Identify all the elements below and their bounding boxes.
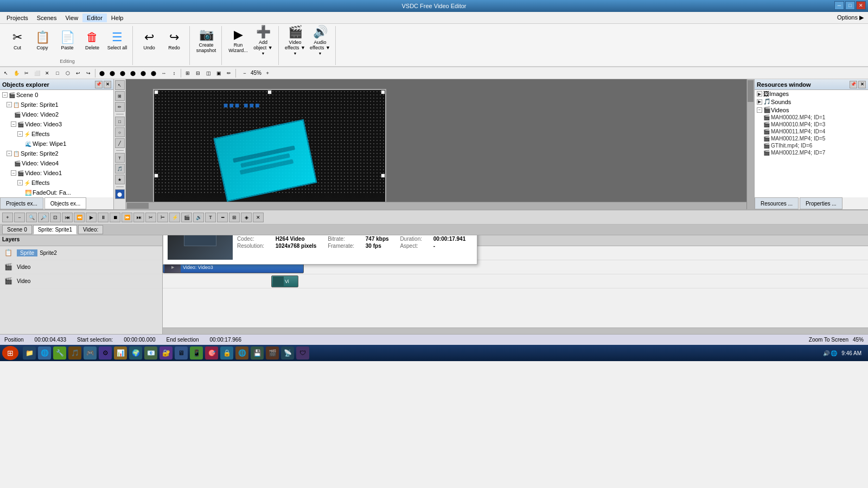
handle-tr[interactable] <box>381 90 385 94</box>
track-label-sprite[interactable]: 📋 Sprite Sprite2 <box>0 246 162 260</box>
taskbar-app-13[interactable]: 🎯 <box>205 346 218 359</box>
tb2-align-right[interactable]: ⬤ <box>107 68 117 78</box>
track-label-video2[interactable]: 🎬 Video <box>0 274 162 288</box>
pin-button[interactable]: 📌 <box>95 81 103 88</box>
scrollbar-horizontal[interactable] <box>126 202 746 209</box>
tb2-flip-v[interactable]: ↕ <box>169 68 179 78</box>
side-select[interactable]: ↖ <box>115 80 125 90</box>
tb2-group[interactable]: □ <box>53 68 62 78</box>
taskbar-app-17[interactable]: 🎬 <box>266 346 279 359</box>
taskbar-app-6[interactable]: ⚙ <box>99 346 112 359</box>
tl-fx[interactable]: ⚡ <box>169 213 180 222</box>
resources-tab[interactable]: Resources ... <box>755 197 799 209</box>
tree-scene0[interactable]: − 🎬 Scene 0 <box>0 90 113 100</box>
sprite2-expand[interactable]: − <box>7 151 12 156</box>
timeline-scrollbar-h[interactable] <box>163 328 868 334</box>
scrollbar-vertical[interactable] <box>746 79 754 209</box>
tb2-undo2[interactable]: ↩ <box>73 68 83 78</box>
tree-video1[interactable]: − 🎬 Video: Video1 <box>0 168 113 178</box>
effects2-expand[interactable]: − <box>17 180 23 185</box>
audio-effects-button[interactable]: 🔊 Audio effects ▼ <box>308 26 332 55</box>
menu-editor[interactable]: Editor <box>82 14 107 22</box>
tl-cut2[interactable]: ✂ <box>145 213 156 222</box>
tree-effects1[interactable]: − ⚡ Effects <box>0 129 113 139</box>
tl-zoom-out[interactable]: 🔎 <box>38 213 49 222</box>
tl-text[interactable]: T <box>205 213 216 222</box>
projects-tab[interactable]: Projects ex... <box>0 197 43 209</box>
side-crop[interactable]: ⊞ <box>115 91 125 101</box>
tl-play[interactable]: ▶ <box>86 213 97 222</box>
video3-expand[interactable]: − <box>11 121 16 127</box>
tree-video4[interactable]: 🎬 Video: Video4 <box>0 158 113 168</box>
canvas-frame[interactable]: ■■■ ■■■ <box>153 89 386 209</box>
tl-forward-end[interactable]: ⏭ <box>133 213 144 222</box>
res-file-6[interactable]: 🎬 MAH00012.MP4; ID=7 <box>755 149 868 156</box>
scene-tab-0[interactable]: Scene 0 <box>2 225 32 234</box>
scene0-expand[interactable]: − <box>2 92 8 98</box>
tree-sprite2[interactable]: − 📋 Sprite: Sprite2 <box>0 149 113 158</box>
tl-audio[interactable]: 🔊 <box>193 213 204 222</box>
res-file-2[interactable]: 🎬 MAH00010.MP4; ID=3 <box>755 121 868 128</box>
minimize-button[interactable]: ─ <box>834 1 844 10</box>
zoom-out-button[interactable]: − <box>240 68 250 78</box>
tb2-view1[interactable]: ◫ <box>203 68 213 78</box>
paste-button[interactable]: 📄 Paste <box>55 26 79 55</box>
effects1-expand[interactable]: − <box>17 131 23 137</box>
redo-button[interactable]: ↪ Redo <box>162 26 186 55</box>
tb2-snap[interactable]: ⊟ <box>193 68 203 78</box>
start-button[interactable]: ⊞ <box>2 346 18 360</box>
res-images[interactable]: ▶ 🖼 Images <box>755 90 868 98</box>
tl-sub[interactable]: ━ <box>217 213 228 222</box>
res-sounds[interactable]: ▶ 🎵 Sounds <box>755 98 868 106</box>
properties-tab[interactable]: Properties ... <box>800 197 843 209</box>
taskbar-app-19[interactable]: 🛡 <box>296 346 309 359</box>
taskbar-app-8[interactable]: 🌍 <box>129 346 142 359</box>
tree-fadeout[interactable]: 🌅 FadeOut: Fa... <box>0 188 113 197</box>
tl-snap[interactable]: ⊞ <box>229 213 240 222</box>
side-fx[interactable]: ★ <box>115 175 125 184</box>
handle-tm[interactable] <box>267 90 272 94</box>
taskbar-app-5[interactable]: 🎮 <box>84 346 97 359</box>
res-close-button[interactable]: ✕ <box>858 81 866 88</box>
handle-mr[interactable] <box>381 174 385 178</box>
tb2-flip-h[interactable]: ↔ <box>159 68 169 78</box>
taskbar-app-4[interactable]: 🎵 <box>68 346 81 359</box>
tb2-dist-v[interactable]: ⬤ <box>149 68 158 78</box>
tree-sprite1[interactable]: − 📋 Sprite: Sprite1 <box>0 100 113 110</box>
res-pin-button[interactable]: 📌 <box>850 81 857 88</box>
tb2-pen[interactable]: ✏ <box>224 68 234 78</box>
tree-effects2[interactable]: − ⚡ Effects <box>0 178 113 188</box>
taskbar-app-14[interactable]: 🔒 <box>220 346 233 359</box>
side-note[interactable]: 🎵 <box>115 164 125 174</box>
tb2-align-bottom[interactable]: ⬤ <box>128 68 138 78</box>
tb2-cut2[interactable]: ✂ <box>22 68 31 78</box>
taskbar-app-11[interactable]: 🖥 <box>175 346 188 359</box>
scrollbar-thumb-h[interactable] <box>127 203 149 209</box>
tl-back[interactable]: ⏪ <box>74 213 85 222</box>
tree-video3[interactable]: − 🎬 Video: Video3 <box>0 119 113 129</box>
res-videos[interactable]: − 🎬 Videos <box>755 106 868 114</box>
objects-tab[interactable]: Objects ex... <box>44 197 87 209</box>
menu-view[interactable]: View <box>61 14 82 22</box>
cut-button[interactable]: ✂ Cut <box>5 26 29 55</box>
select-all-button[interactable]: ☰ Select all <box>105 26 129 55</box>
scrollbar-thumb-v[interactable] <box>748 80 754 102</box>
tb2-view2[interactable]: ▣ <box>214 68 224 78</box>
tb2-dist-h[interactable]: ⬤ <box>138 68 148 78</box>
tb2-copy2[interactable]: ⬜ <box>32 68 42 78</box>
taskbar-app-2[interactable]: 🌐 <box>38 346 51 359</box>
tl-del2[interactable]: ✕ <box>253 213 264 222</box>
video1-expand[interactable]: − <box>11 170 16 176</box>
tl-mark[interactable]: ◈ <box>241 213 252 222</box>
menu-help[interactable]: Help <box>107 14 128 22</box>
images-expand[interactable]: ▶ <box>757 91 762 97</box>
res-file-3[interactable]: 🎬 MAH00011.MP4; ID=4 <box>755 128 868 135</box>
scene-tab-2[interactable]: Video: <box>78 225 103 234</box>
tl-pause[interactable]: ⏸ <box>98 213 108 222</box>
zoom-in-button[interactable]: + <box>263 68 272 78</box>
taskbar-app-7[interactable]: 📊 <box>114 346 127 359</box>
handle-tl[interactable] <box>154 90 158 94</box>
copy-button[interactable]: 📋 Copy <box>30 26 54 55</box>
tl-stop[interactable]: ⏹ <box>110 213 120 222</box>
tb2-redo2[interactable]: ↪ <box>84 68 93 78</box>
